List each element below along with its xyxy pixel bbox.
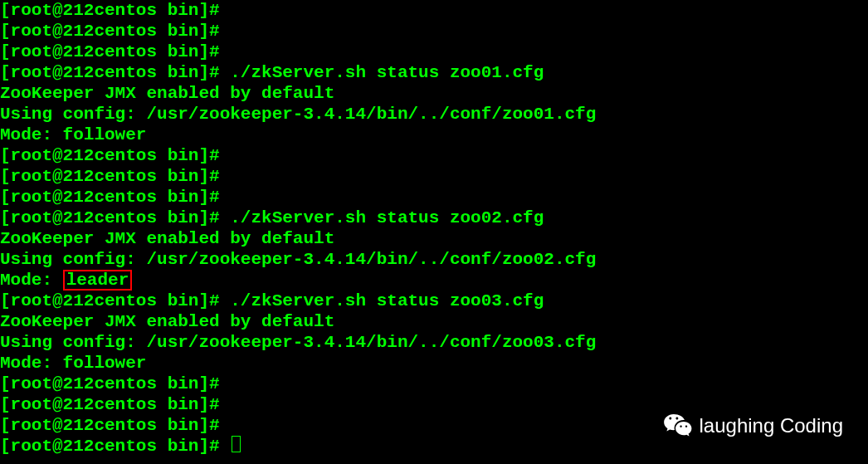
watermark-text: laughing Coding (700, 415, 843, 436)
terminal-line: Mode: leader (0, 270, 868, 291)
terminal-line: [root@212centos bin]# (0, 166, 868, 187)
terminal-line: Mode: follower (0, 125, 868, 145)
leader-highlight: leader (63, 270, 133, 291)
terminal-line: Using config: /usr/zookeeper-3.4.14/bin/… (0, 104, 868, 125)
terminal-line: ZooKeeper JMX enabled by default (0, 228, 868, 249)
watermark: laughing Coding (663, 413, 843, 437)
terminal-line: ZooKeeper JMX enabled by default (0, 83, 868, 104)
terminal-output[interactable]: [root@212centos bin]# [root@212centos bi… (0, 0, 868, 457)
terminal-line: [root@212centos bin]# (0, 187, 868, 208)
terminal-line: [root@212centos bin]# (0, 21, 868, 42)
terminal-line: [root@212centos bin]# (0, 145, 868, 166)
terminal-line: Using config: /usr/zookeeper-3.4.14/bin/… (0, 332, 868, 353)
terminal-line: [root@212centos bin]# ./zkServer.sh stat… (0, 62, 868, 83)
terminal-line: [root@212centos bin]# (0, 42, 868, 62)
terminal-line: [root@212centos bin]# ./zkServer.sh stat… (0, 291, 868, 311)
terminal-line: [root@212centos bin]# (0, 0, 868, 21)
cursor-icon (232, 436, 241, 452)
mode-label: Mode: (0, 271, 63, 290)
terminal-line: Mode: follower (0, 353, 868, 374)
terminal-line: [root@212centos bin]# ./zkServer.sh stat… (0, 208, 868, 228)
terminal-line: Using config: /usr/zookeeper-3.4.14/bin/… (0, 249, 868, 270)
terminal-line: [root@212centos bin]# (0, 374, 868, 394)
terminal-line: ZooKeeper JMX enabled by default (0, 311, 868, 332)
wechat-icon (663, 413, 693, 437)
prompt-text: [root@212centos bin]# (0, 437, 230, 456)
terminal-line: [root@212centos bin]# (0, 436, 868, 457)
